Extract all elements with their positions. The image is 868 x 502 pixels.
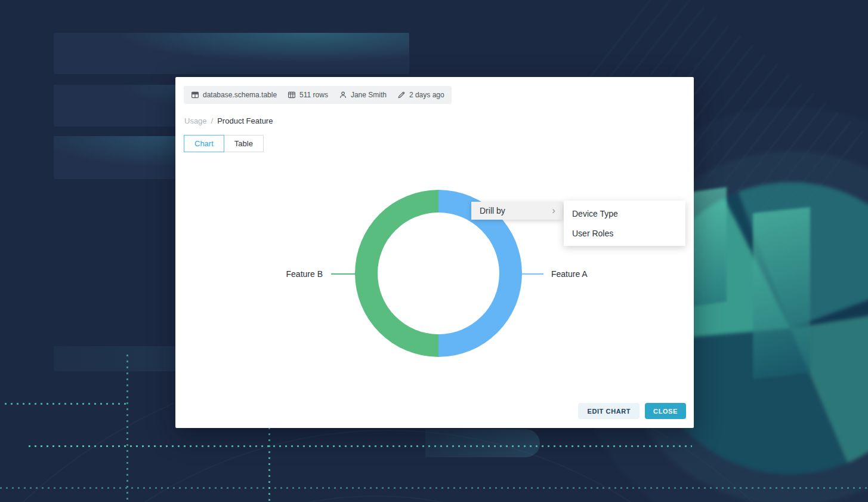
- chevron-right-icon: ›: [552, 205, 555, 215]
- breadcrumb-separator: /: [211, 116, 214, 125]
- modal-footer: EDIT CHART CLOSE: [578, 403, 686, 419]
- dataset-rowcount: 511 rows: [288, 91, 328, 99]
- slice-label-feature-b: Feature B: [282, 269, 323, 279]
- breadcrumb-current: Product Feature: [217, 116, 273, 125]
- dotted-line-vertical: [268, 427, 270, 502]
- dataset-source-label: database.schema.table: [203, 91, 277, 99]
- breadcrumb: Usage / Product Feature: [184, 116, 273, 125]
- dotted-line-vertical: [126, 355, 128, 502]
- submenu-item-device-type[interactable]: Device Type: [564, 204, 685, 223]
- dataset-edited-label: 2 days ago: [409, 91, 444, 99]
- dotted-line-horizontal: [5, 403, 127, 405]
- dataset-source: database.schema.table: [191, 91, 277, 99]
- person-icon: [339, 91, 347, 99]
- dataset-meta-bar: database.schema.table 511 rows Jane Smit…: [184, 86, 452, 104]
- view-tabs: Chart Table: [184, 135, 264, 152]
- tab-table[interactable]: Table: [224, 135, 264, 152]
- slice-label-feature-a: Feature A: [551, 269, 588, 279]
- dataset-author-label: Jane Smith: [351, 91, 387, 99]
- rows-icon: [288, 91, 296, 99]
- edit-chart-button[interactable]: EDIT CHART: [578, 403, 640, 419]
- dotted-line-horizontal: [0, 487, 868, 489]
- drill-by-submenu: Device Type User Roles: [564, 201, 685, 246]
- dataset-edited: 2 days ago: [397, 91, 444, 99]
- close-button[interactable]: CLOSE: [645, 403, 686, 419]
- breadcrumb-parent[interactable]: Usage: [184, 116, 207, 125]
- background-bar-illustration: [753, 207, 810, 379]
- background-skeleton-card: [54, 33, 409, 74]
- donut-hole: [378, 212, 499, 334]
- submenu-item-user-roles[interactable]: User Roles: [564, 223, 685, 243]
- dashboard-background: database.schema.table 511 rows Jane Smit…: [0, 0, 868, 502]
- leader-line-feature-b: [331, 273, 356, 275]
- table-icon: [191, 91, 199, 99]
- tab-chart[interactable]: Chart: [184, 135, 224, 152]
- dataset-rowcount-label: 511 rows: [299, 91, 328, 99]
- background-band: [425, 429, 540, 457]
- pencil-icon: [397, 91, 406, 99]
- leader-line-feature-a: [522, 273, 543, 275]
- drill-by-label: Drill by: [480, 206, 505, 215]
- chart-detail-modal: database.schema.table 511 rows Jane Smit…: [175, 77, 694, 428]
- context-menu-drill-by[interactable]: Drill by ›: [471, 202, 563, 220]
- dataset-author: Jane Smith: [339, 91, 387, 99]
